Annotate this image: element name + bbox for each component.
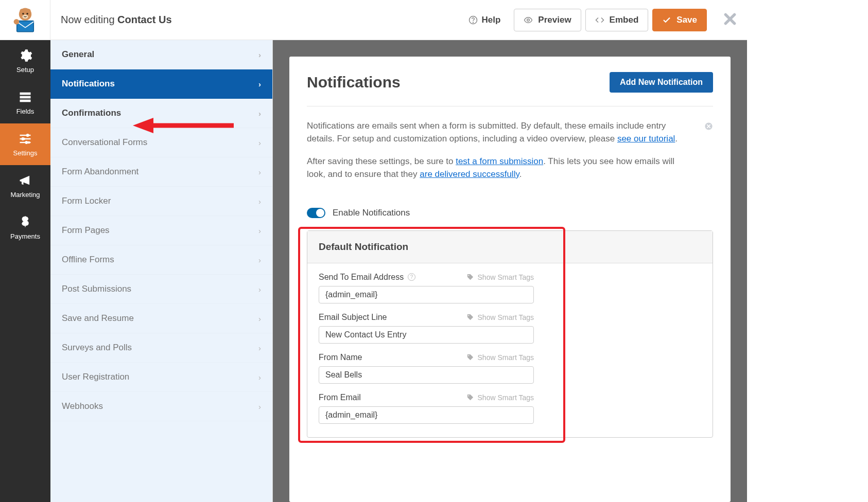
svg-point-2	[25, 9, 30, 13]
top-header: Now editing Contact Us Help Preview Embe…	[0, 0, 747, 40]
svg-point-3	[22, 13, 24, 15]
help-icon[interactable]: ?	[408, 273, 415, 281]
svg-point-32	[468, 395, 469, 396]
field-label: Email Subject Line	[319, 313, 387, 322]
svg-rect-13	[20, 93, 31, 95]
chevron-right-icon: ›	[258, 109, 261, 118]
toggle-label: Enable Notifications	[333, 208, 410, 218]
subnav-item-post-submissions[interactable]: Post Submissions›	[50, 275, 272, 304]
field-group: From EmailShow Smart Tags	[319, 393, 534, 424]
help-link[interactable]: Help	[459, 15, 510, 25]
subnav-item-form-locker[interactable]: Form Locker›	[50, 187, 272, 216]
subnav-item-webhooks[interactable]: Webhooks›	[50, 392, 272, 421]
sub-nav: General›Notifications›Confirmations›Conv…	[50, 40, 273, 502]
left-nav: Setup Fields Settings Marketing $ Paymen…	[0, 40, 50, 502]
subnav-label: Form Pages	[62, 225, 110, 236]
subnav-item-user-registration[interactable]: User Registration›	[50, 363, 272, 392]
field-group: Email Subject LineShow Smart Tags	[319, 313, 534, 344]
settings-panel: Notifications Add New Notification Notif…	[289, 57, 731, 502]
subnav-item-surveys-and-polls[interactable]: Surveys and Polls›	[50, 333, 272, 363]
svg-rect-6	[16, 21, 33, 31]
svg-point-1	[20, 9, 25, 13]
nav-marketing[interactable]: Marketing	[0, 165, 50, 207]
save-button[interactable]: Save	[652, 9, 707, 31]
subnav-label: Webhooks	[62, 401, 103, 411]
svg-text:$: $	[22, 215, 29, 228]
test-submission-link[interactable]: test a form submission	[456, 156, 543, 166]
nav-payments[interactable]: $ Payments	[0, 207, 50, 248]
panel-title: Notifications	[307, 74, 401, 91]
field-label: Send To Email Address?	[319, 273, 415, 282]
subnav-label: Notifications	[62, 79, 115, 89]
nav-settings[interactable]: Settings	[0, 123, 50, 165]
enable-notifications-toggle[interactable]	[307, 208, 325, 218]
field-input[interactable]	[319, 326, 534, 344]
nav-setup[interactable]: Setup	[0, 40, 50, 82]
svg-point-4	[26, 13, 28, 15]
tutorial-link[interactable]: see our tutorial	[617, 134, 675, 144]
svg-point-24	[25, 141, 28, 144]
svg-point-23	[21, 137, 24, 140]
subnav-item-conversational-forms[interactable]: Conversational Forms›	[50, 128, 272, 157]
subnav-item-confirmations[interactable]: Confirmations›	[50, 99, 272, 128]
svg-point-11	[527, 19, 530, 21]
svg-point-22	[26, 134, 29, 137]
subnav-label: Form Abandonment	[62, 167, 138, 177]
chevron-right-icon: ›	[258, 314, 261, 323]
svg-rect-15	[20, 100, 31, 102]
subnav-label: Surveys and Polls	[62, 343, 132, 353]
chevron-right-icon: ›	[258, 197, 261, 206]
main-area: Notifications Add New Notification Notif…	[273, 40, 747, 502]
dismiss-description-icon[interactable]	[704, 122, 713, 131]
panel-description: Notifications are emails sent when a for…	[307, 120, 713, 205]
subnav-label: User Registration	[62, 372, 129, 382]
chevron-right-icon: ›	[258, 80, 261, 88]
chevron-right-icon: ›	[258, 373, 261, 382]
subnav-label: Post Submissions	[62, 284, 131, 294]
field-group: From NameShow Smart Tags	[319, 353, 534, 384]
subnav-label: Confirmations	[62, 108, 121, 118]
chevron-right-icon: ›	[258, 285, 261, 294]
notification-title: Default Notification	[307, 231, 713, 263]
show-smart-tags[interactable]: Show Smart Tags	[466, 393, 534, 402]
show-smart-tags[interactable]: Show Smart Tags	[466, 273, 534, 281]
chevron-right-icon: ›	[258, 256, 261, 264]
subnav-label: Offline Forms	[62, 255, 114, 265]
show-smart-tags[interactable]: Show Smart Tags	[466, 353, 534, 362]
subnav-item-save-and-resume[interactable]: Save and Resume›	[50, 304, 272, 333]
chevron-right-icon: ›	[258, 168, 261, 176]
field-input[interactable]	[319, 366, 534, 384]
field-label: From Name	[319, 353, 362, 362]
add-notification-button[interactable]: Add New Notification	[610, 72, 713, 93]
chevron-right-icon: ›	[258, 50, 261, 59]
logo	[0, 0, 50, 40]
field-label: From Email	[319, 393, 361, 402]
embed-button[interactable]: Embed	[585, 9, 649, 31]
chevron-right-icon: ›	[258, 402, 261, 411]
svg-point-30	[468, 315, 469, 316]
subnav-item-notifications[interactable]: Notifications›	[50, 69, 272, 99]
chevron-right-icon: ›	[258, 138, 261, 147]
chevron-right-icon: ›	[258, 344, 261, 352]
subnav-item-form-pages[interactable]: Form Pages›	[50, 216, 272, 245]
subnav-item-offline-forms[interactable]: Offline Forms›	[50, 245, 272, 275]
subnav-label: General	[62, 49, 94, 60]
editing-label: Now editing Contact Us	[50, 14, 459, 26]
subnav-label: Save and Resume	[62, 313, 134, 324]
field-input[interactable]	[319, 406, 534, 424]
delivered-link[interactable]: are delivered successfully	[420, 169, 519, 179]
svg-point-8	[13, 19, 19, 24]
subnav-label: Form Locker	[62, 196, 111, 206]
svg-point-10	[473, 22, 473, 23]
field-input[interactable]	[319, 286, 534, 303]
notification-block: Default Notification Send To Email Addre…	[307, 230, 713, 438]
subnav-item-general[interactable]: General›	[50, 40, 272, 69]
svg-rect-14	[20, 96, 31, 99]
subnav-label: Conversational Forms	[62, 137, 147, 148]
subnav-item-form-abandonment[interactable]: Form Abandonment›	[50, 157, 272, 187]
field-group: Send To Email Address?Show Smart Tags	[319, 273, 534, 303]
preview-button[interactable]: Preview	[514, 9, 581, 31]
show-smart-tags[interactable]: Show Smart Tags	[466, 313, 534, 321]
close-icon[interactable]	[723, 12, 737, 28]
nav-fields[interactable]: Fields	[0, 82, 50, 123]
